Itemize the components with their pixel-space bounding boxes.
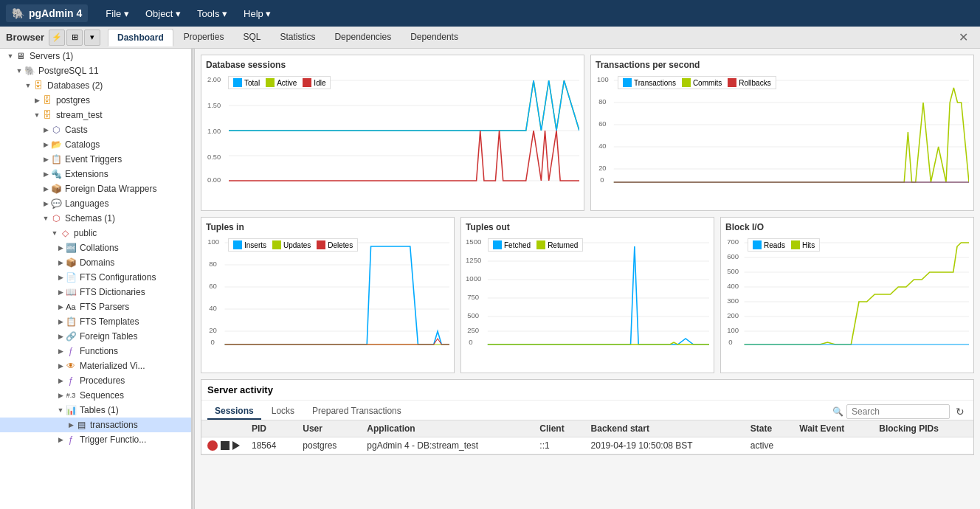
tree-item-foreign-tables[interactable]: ▶ 🔗 Foreign Tables xyxy=(0,329,191,344)
refresh-button[interactable]: ↻ xyxy=(953,404,967,419)
cell-state: active xyxy=(745,437,793,454)
toggle-sequences: ▶ xyxy=(56,392,65,399)
activity-search-input[interactable] xyxy=(846,404,950,419)
toggle-public: ▼ xyxy=(50,229,59,237)
tree-item-schemas[interactable]: ▼ ⬡ Schemas (1) xyxy=(0,211,191,226)
kill-button[interactable] xyxy=(221,441,230,450)
search-icon: 🔍 xyxy=(832,406,843,417)
tree-item-mat-views[interactable]: ▶ 👁 Materialized Vi... xyxy=(0,359,191,373)
legend-commits: Commits xyxy=(682,78,722,87)
fts-dict-icon: 📖 xyxy=(65,286,77,298)
menu-help[interactable]: Help ▾ xyxy=(236,5,278,22)
tree-item-databases[interactable]: ▼ 🗄 Databases (2) xyxy=(0,78,191,93)
tab-prepared-transactions[interactable]: Prepared Transactions xyxy=(305,404,409,420)
close-button[interactable]: ✕ xyxy=(953,30,974,44)
menu-tools[interactable]: Tools ▾ xyxy=(190,5,235,22)
tree-item-public[interactable]: ▼ ◇ public xyxy=(0,226,191,240)
tab-sql[interactable]: SQL xyxy=(234,29,269,46)
svg-text:20: 20 xyxy=(209,327,217,334)
block-io-chart: Block I/O Reads Hits 700 xyxy=(720,217,974,373)
transactions-title: Transactions per second xyxy=(596,60,969,70)
tab-dependents[interactable]: Dependents xyxy=(401,29,467,46)
toggle-fdw: ▶ xyxy=(41,185,50,193)
svg-text:20: 20 xyxy=(598,165,606,172)
menu-file[interactable]: File ▾ xyxy=(98,5,137,22)
tree-item-functions[interactable]: ▶ ƒ Functions xyxy=(0,344,191,359)
svg-text:500: 500 xyxy=(727,268,739,275)
tree-item-postgres-db[interactable]: ▶ 🗄 postgres xyxy=(0,93,191,108)
stop-button[interactable] xyxy=(207,440,218,451)
tree-item-collations[interactable]: ▶ 🔤 Collations xyxy=(0,240,191,255)
server-activity-panel: Server activity Sessions Locks Prepared … xyxy=(201,379,974,455)
tree-item-fts-config[interactable]: ▶ 📄 FTS Configurations xyxy=(0,270,191,285)
app-logo: 🐘 pgAdmin 4 xyxy=(6,4,88,22)
legend-returned-color xyxy=(536,240,545,249)
toggle-catalogs: ▶ xyxy=(41,141,50,148)
tab-locks[interactable]: Locks xyxy=(264,404,302,420)
schemas-icon: ⬡ xyxy=(50,212,62,224)
tuples-in-container: Inserts Updates Deletes 100 80 xyxy=(206,235,449,368)
tree-item-fdw[interactable]: ▶ 📦 Foreign Data Wrappers xyxy=(0,181,191,196)
tuples-out-title: Tuples out xyxy=(466,222,709,232)
toggle-tables: ▼ xyxy=(56,406,65,414)
cell-pid: 18564 xyxy=(246,437,297,454)
col-actions xyxy=(201,420,246,437)
tree-item-extensions[interactable]: ▶ 🔩 Extensions xyxy=(0,167,191,181)
tree-item-stream-test[interactable]: ▼ 🗄 stream_test xyxy=(0,108,191,122)
tree-item-casts[interactable]: ▶ ⬡ Casts xyxy=(0,122,191,137)
svg-text:500: 500 xyxy=(467,312,479,319)
tree-item-fts-dict[interactable]: ▶ 📖 FTS Dictionaries xyxy=(0,285,191,299)
tree-item-languages[interactable]: ▶ 💬 Languages xyxy=(0,196,191,211)
tab-dependencies[interactable]: Dependencies xyxy=(325,29,400,46)
refresh-icon-btn[interactable]: ⚡ xyxy=(49,30,65,46)
play-button[interactable] xyxy=(232,441,240,450)
postgres-db-icon: 🗄 xyxy=(41,94,53,106)
activity-search: 🔍 ↻ xyxy=(832,404,967,419)
legend-total-label: Total xyxy=(244,79,260,87)
legend-deletes-color xyxy=(317,240,325,249)
event-triggers-label: Event Triggers xyxy=(65,154,122,165)
tree-item-postgres[interactable]: ▼ 🐘 PostgreSQL 11 xyxy=(0,63,191,78)
legend-active-color xyxy=(266,78,275,87)
legend-fetched-color xyxy=(493,240,502,249)
tree-item-procedures[interactable]: ▶ ƒ Procedures xyxy=(0,373,191,388)
tree-item-tables[interactable]: ▼ 📊 Tables (1) xyxy=(0,403,191,418)
toggle-mat-views: ▶ xyxy=(56,362,65,370)
toggle-postgres: ▼ xyxy=(15,67,24,75)
db-sessions-title: Database sessions xyxy=(206,60,579,70)
tab-sessions[interactable]: Sessions xyxy=(207,404,261,420)
col-state: State xyxy=(745,420,793,437)
tab-dashboard[interactable]: Dashboard xyxy=(108,29,173,46)
transactions-legend: Transactions Commits Rollbacks xyxy=(618,76,776,89)
tree-item-trigger-functions[interactable]: ▶ ƒ Trigger Functio... xyxy=(0,432,191,447)
extensions-icon: 🔩 xyxy=(50,168,62,180)
col-client: Client xyxy=(534,420,584,437)
svg-text:100: 100 xyxy=(727,327,739,334)
transactions-svg: 100 80 60 40 20 0 xyxy=(596,73,969,184)
db-sessions-legend: Total Active Idle xyxy=(228,76,331,89)
tree-item-servers[interactable]: ▼ 🖥 Servers (1) xyxy=(0,49,191,63)
cell-wait-event xyxy=(793,437,873,454)
trigger-functions-label: Trigger Functio... xyxy=(80,434,146,445)
tree-item-sequences[interactable]: ▶ #.3 Sequences xyxy=(0,388,191,403)
transactions-label: transactions xyxy=(90,420,138,430)
tree-item-fts-parsers[interactable]: ▶ Aa FTS Parsers xyxy=(0,299,191,314)
filter-icon-btn[interactable]: ▾ xyxy=(84,30,100,46)
svg-text:1250: 1250 xyxy=(466,257,481,264)
grid-icon-btn[interactable]: ⊞ xyxy=(66,30,83,46)
tree-item-domains[interactable]: ▶ 📦 Domains xyxy=(0,255,191,270)
svg-text:0: 0 xyxy=(469,339,472,346)
block-io-svg: 700 600 500 400 300 200 100 0 xyxy=(725,235,969,346)
menu-object[interactable]: Object ▾ xyxy=(138,5,188,22)
tree-item-transactions[interactable]: ▶ ▤ transactions xyxy=(0,418,191,432)
svg-text:80: 80 xyxy=(209,260,217,268)
tab-statistics[interactable]: Statistics xyxy=(271,29,324,46)
svg-text:60: 60 xyxy=(209,283,217,290)
tab-properties[interactable]: Properties xyxy=(175,29,233,46)
public-icon: ◇ xyxy=(59,227,71,239)
legend-hits-color xyxy=(791,240,800,249)
tree-item-event-triggers[interactable]: ▶ 📋 Event Triggers xyxy=(0,152,191,167)
tree-item-fts-templates[interactable]: ▶ 📋 FTS Templates xyxy=(0,314,191,329)
db-sessions-container: Total Active Idle 2.00 xyxy=(206,73,579,206)
tree-item-catalogs[interactable]: ▶ 📂 Catalogs xyxy=(0,137,191,152)
